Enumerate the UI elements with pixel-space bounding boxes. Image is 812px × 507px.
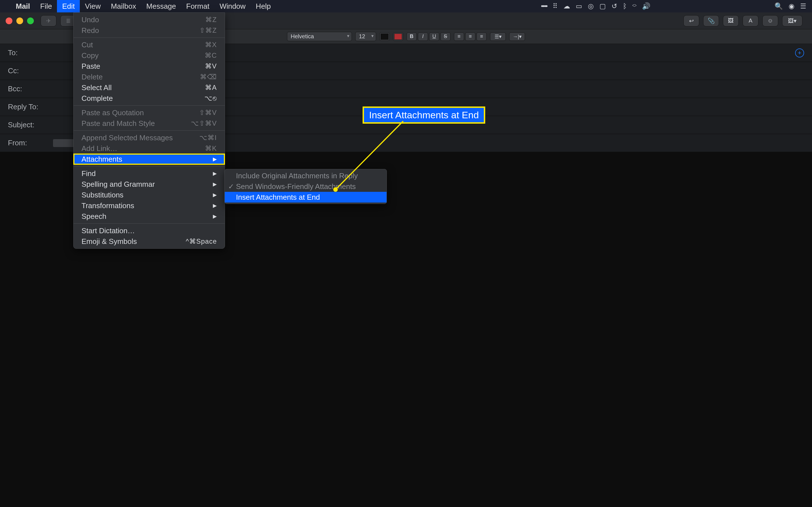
volume-icon[interactable]: 🔊: [642, 2, 651, 10]
menu-item-label: Select All: [82, 83, 112, 92]
reply-to-label: Reply To:: [8, 103, 53, 111]
menu-shortcut: ⌘Z: [205, 16, 217, 24]
bold-button[interactable]: B: [407, 33, 417, 41]
bluetooth-icon[interactable]: ᛒ: [623, 2, 627, 10]
subject-label: Subject:: [8, 121, 53, 129]
app-name[interactable]: Mail: [11, 2, 35, 11]
edit-menu-item[interactable]: Speech▶: [73, 211, 225, 222]
menu-item-label: Paste and Match Style: [82, 119, 155, 128]
attachments-submenu-item: ✓Send Windows-Friendly Attachments: [225, 181, 387, 192]
text-color-button[interactable]: [379, 33, 390, 41]
insert-photo-button[interactable]: 🖼: [723, 15, 739, 26]
photo-browser-dropdown[interactable]: 🖼▾: [782, 15, 802, 26]
align-right-button[interactable]: ≡: [476, 33, 487, 41]
menu-shortcut: ⌥⌘I: [199, 134, 217, 142]
menu-item-label: Paste: [82, 62, 100, 71]
checkmark-icon: ✓: [228, 182, 234, 191]
bg-color-button[interactable]: [393, 33, 403, 41]
zoom-window-button[interactable]: [27, 17, 34, 24]
attachments-submenu: Include Original Attachments in Reply✓Se…: [224, 169, 387, 204]
edit-menu-item: Paste and Match Style⌥⇧⌘V: [73, 118, 225, 129]
close-window-button[interactable]: [6, 17, 12, 24]
align-left-button[interactable]: ≡: [454, 33, 464, 41]
submenu-arrow-icon: ▶: [213, 170, 217, 177]
edit-menu-item[interactable]: Attachments▶: [73, 154, 225, 165]
edit-menu-item: Cut⌘X: [73, 40, 225, 50]
menu-shortcut: ⌘A: [205, 83, 217, 92]
to-label: To:: [8, 48, 53, 57]
emoji-button[interactable]: ☺: [762, 15, 778, 26]
menu-item-label: Delete: [82, 73, 103, 81]
menu-shortcut: ^⌘Space: [186, 237, 217, 245]
send-button[interactable]: ✈: [41, 15, 56, 26]
menu-item-label: Redo: [82, 26, 99, 35]
attach-button[interactable]: 📎: [703, 15, 719, 26]
edit-menu-item[interactable]: Select All⌘A: [73, 82, 225, 93]
align-center-button[interactable]: ≡: [465, 33, 475, 41]
edit-menu-item[interactable]: Emoji & Symbols^⌘Space: [73, 236, 225, 247]
menu-help[interactable]: Help: [251, 0, 276, 12]
menu-item-label: Speech: [82, 212, 106, 221]
timemachine-icon[interactable]: ↺: [612, 2, 617, 10]
list-style-button[interactable]: ☰▾: [490, 33, 506, 41]
bg-color-swatch: [394, 34, 402, 40]
display-icon[interactable]: ▭: [576, 2, 582, 10]
edit-menu-item[interactable]: Transformations▶: [73, 200, 225, 211]
menu-edit[interactable]: Edit: [57, 0, 80, 12]
submenu-item-label: Include Original Attachments in Reply: [236, 172, 358, 180]
reply-button[interactable]: ↩: [683, 15, 699, 26]
indent-button[interactable]: →|▾: [509, 33, 525, 41]
menu-item-label: Emoji & Symbols: [82, 237, 137, 246]
menu-item-label: Start Dictation…: [82, 226, 135, 235]
edit-menu-item[interactable]: Find▶: [73, 168, 225, 179]
italic-button[interactable]: I: [418, 33, 428, 41]
strike-button[interactable]: S: [441, 33, 451, 41]
menu-mailbox[interactable]: Mailbox: [106, 0, 141, 12]
submenu-arrow-icon: ▶: [213, 181, 217, 187]
add-recipient-button[interactable]: +: [795, 48, 804, 57]
menu-window[interactable]: Window: [214, 0, 251, 12]
control-center-icon[interactable]: ☰: [800, 2, 806, 10]
dropbox-icon[interactable]: ⠿: [553, 2, 558, 10]
emoji-icon: ☺: [767, 17, 773, 24]
submenu-item-label: Send Windows-Friendly Attachments: [236, 182, 356, 191]
format-toggle-button[interactable]: A: [743, 15, 758, 26]
spotlight-icon[interactable]: 🔍: [774, 2, 783, 10]
underline-button[interactable]: U: [429, 33, 439, 41]
cloud-upload-icon[interactable]: ☁: [563, 2, 570, 10]
photo-icon: 🖼: [728, 17, 733, 24]
list-icon: ≣: [66, 17, 71, 24]
siri-icon[interactable]: ◉: [789, 2, 795, 10]
edit-menu-item[interactable]: Spelling and Grammar▶: [73, 179, 225, 189]
edit-menu-item[interactable]: Start Dictation…: [73, 225, 225, 236]
overflow-icon[interactable]: ••••: [541, 2, 547, 10]
creative-cloud-icon[interactable]: ◎: [588, 2, 594, 10]
menu-format[interactable]: Format: [181, 0, 214, 12]
airplay-icon[interactable]: ▢: [599, 2, 606, 10]
annotation-callout: Insert Attachments at End: [363, 107, 485, 124]
menu-item-label: Cut: [82, 41, 93, 49]
window-controls: [6, 17, 41, 24]
edit-menu-item: Undo⌘Z: [73, 14, 225, 25]
wifi-icon[interactable]: ⌔: [632, 2, 637, 10]
edit-menu-item[interactable]: Substitutions▶: [73, 189, 225, 200]
cc-label: Cc:: [8, 66, 53, 75]
edit-menu-item: Add Link…⌘K: [73, 143, 225, 154]
menu-message[interactable]: Message: [141, 0, 181, 12]
minimize-window-button[interactable]: [16, 17, 23, 24]
menu-item-label: Attachments: [82, 155, 122, 164]
text-color-swatch: [380, 34, 389, 40]
menu-file[interactable]: File: [35, 0, 57, 12]
edit-menu-item[interactable]: Complete⌥⎋: [73, 93, 225, 104]
from-label: From:: [8, 138, 53, 147]
menu-shortcut: ⌘K: [205, 145, 217, 152]
macos-menubar: Mail File Edit View Mailbox Message Form…: [0, 0, 812, 12]
menu-item-label: Add Link…: [82, 144, 117, 153]
attachments-submenu-item[interactable]: Insert Attachments at End: [225, 192, 387, 203]
font-size-select[interactable]: 12: [355, 32, 376, 41]
image-dropdown-icon: 🖼▾: [788, 17, 797, 24]
edit-menu-item[interactable]: Paste⌘V: [73, 61, 225, 71]
menu-view[interactable]: View: [80, 0, 106, 12]
compose-window: ✈ ≣ ↩ 📎 🖼 A ☺ 🖼▾ Helvetica 12 B: [0, 12, 812, 507]
font-family-select[interactable]: Helvetica: [287, 32, 352, 41]
